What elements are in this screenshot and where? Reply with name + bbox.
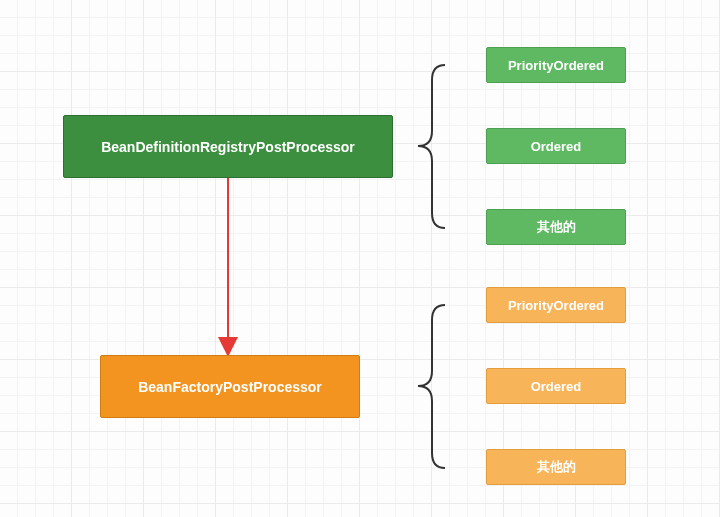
node-registry-post-processor: BeanDefinitionRegistryPostProcessor xyxy=(63,115,393,178)
node-label: PriorityOrdered xyxy=(508,58,604,73)
node-label: 其他的 xyxy=(537,458,576,476)
node-green-ordered: Ordered xyxy=(486,128,626,164)
node-label: 其他的 xyxy=(537,218,576,236)
brace-green xyxy=(418,65,445,228)
node-label: BeanDefinitionRegistryPostProcessor xyxy=(101,139,355,155)
node-label: PriorityOrdered xyxy=(508,298,604,313)
node-label: Ordered xyxy=(531,379,582,394)
node-label: Ordered xyxy=(531,139,582,154)
node-label: BeanFactoryPostProcessor xyxy=(138,379,322,395)
node-green-priority-ordered: PriorityOrdered xyxy=(486,47,626,83)
node-factory-post-processor: BeanFactoryPostProcessor xyxy=(100,355,360,418)
node-green-other: 其他的 xyxy=(486,209,626,245)
node-orange-priority-ordered: PriorityOrdered xyxy=(486,287,626,323)
diagram-canvas: BeanDefinitionRegistryPostProcessor Bean… xyxy=(0,0,720,517)
brace-orange xyxy=(418,305,445,468)
node-orange-other: 其他的 xyxy=(486,449,626,485)
node-orange-ordered: Ordered xyxy=(486,368,626,404)
